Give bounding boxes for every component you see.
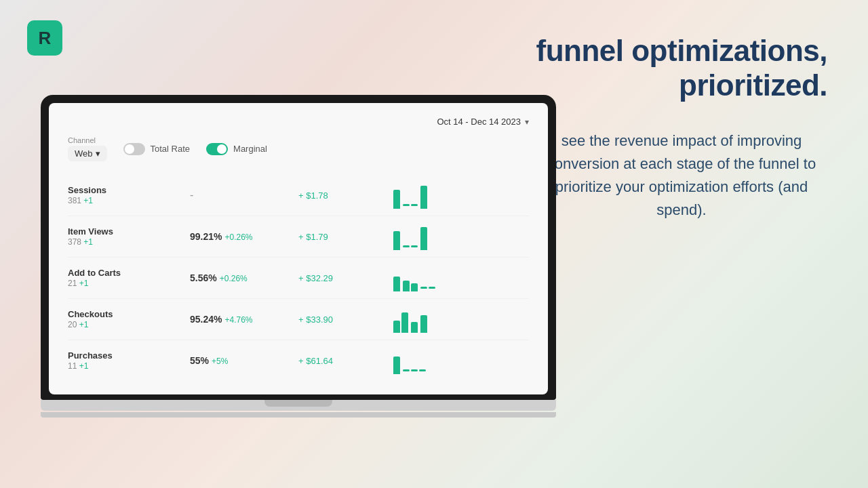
marginal-label: Marginal	[233, 144, 267, 154]
total-rate-toggle[interactable]	[123, 143, 145, 155]
bar	[403, 281, 410, 291]
row-count: 11 +1	[68, 361, 190, 371]
controls-row: Channel Web ▾ Total Rate	[68, 136, 529, 161]
bar	[403, 245, 410, 247]
row-count-delta: +1	[79, 361, 89, 371]
bar	[420, 287, 427, 289]
chevron-down-icon: ▾	[96, 148, 100, 159]
bar	[429, 287, 435, 289]
row-name: Checkouts	[68, 309, 190, 319]
row-name: Item Views	[68, 226, 190, 237]
bar-group	[420, 227, 427, 250]
table-row: Purchases 11 +1 55%+5% + $61.64	[68, 340, 529, 381]
tagline-main: funnel optimizations, prioritized.	[536, 34, 827, 102]
bar-group	[393, 357, 400, 374]
bar	[420, 315, 427, 333]
channel-dropdown[interactable]: Web ▾	[68, 146, 107, 161]
bar	[411, 245, 418, 247]
row-revenue: + $1.79	[298, 232, 387, 242]
row-rate: -	[190, 189, 298, 201]
rate-delta: +0.26%	[220, 274, 248, 283]
bar-group	[403, 245, 418, 250]
row-count: 20 +1	[68, 320, 190, 329]
tagline-sub: see the revenue impact of improving conv…	[536, 129, 827, 222]
bar	[393, 190, 400, 209]
row-rate: 5.56%+0.26%	[190, 272, 298, 283]
row-label: Checkouts 20 +1	[68, 309, 190, 329]
bar	[393, 321, 400, 333]
bar	[419, 369, 426, 371]
mini-chart	[387, 306, 529, 333]
table-row: Add to Carts 21 +1 5.56%+0.26% + $32.29	[68, 258, 529, 299]
row-name: Purchases	[68, 350, 190, 361]
bar	[420, 186, 427, 209]
row-name: Add to Carts	[68, 268, 190, 278]
laptop-mockup: Oct 14 - Dec 14 2023 ▾ Channel Web ▾	[41, 95, 556, 418]
total-rate-label: Total Rate	[151, 144, 191, 154]
bar-group	[393, 231, 400, 250]
date-range-text: Oct 14 - Dec 14 2023	[437, 117, 521, 127]
mini-chart	[387, 182, 529, 209]
table-row: Sessions 381 +1 - + $1.78	[68, 175, 529, 216]
bar	[401, 312, 408, 333]
bar-group	[393, 190, 400, 209]
row-label: Add to Carts 21 +1	[68, 268, 190, 288]
bar	[403, 369, 410, 371]
bar-group	[420, 287, 435, 291]
row-count-delta: +1	[83, 196, 93, 205]
table-row: Checkouts 20 +1 95.24%+4.76% + $33.90	[68, 299, 529, 340]
row-revenue: + $33.90	[298, 314, 387, 325]
bar	[393, 277, 400, 291]
bar-group	[403, 281, 418, 291]
channel-value: Web	[75, 148, 93, 159]
row-label: Item Views 378 +1	[68, 226, 190, 247]
bar	[411, 322, 418, 333]
laptop-foot	[41, 412, 556, 418]
laptop-screen-outer: Oct 14 - Dec 14 2023 ▾ Channel Web ▾	[41, 95, 556, 400]
dashboard: Oct 14 - Dec 14 2023 ▾ Channel Web ▾	[49, 103, 548, 394]
row-count: 21 +1	[68, 279, 190, 288]
row-revenue: + $61.64	[298, 356, 387, 366]
mini-chart	[387, 347, 529, 374]
row-rate: 55%+5%	[190, 355, 298, 366]
logo-letter: R	[39, 28, 52, 49]
rate-delta: +0.26%	[224, 232, 252, 242]
row-count-delta: +1	[79, 279, 89, 288]
row-label: Sessions 381 +1	[68, 185, 190, 205]
bar	[420, 227, 427, 250]
row-rate: 99.21%+0.26%	[190, 231, 298, 242]
marginal-toggle[interactable]	[206, 143, 228, 155]
row-revenue: + $32.29	[298, 273, 387, 283]
date-picker[interactable]: Oct 14 - Dec 14 2023 ▾	[437, 117, 529, 127]
bar-group	[420, 315, 427, 333]
channel-label: Channel	[68, 136, 107, 144]
dashboard-header: Oct 14 - Dec 14 2023 ▾	[68, 117, 529, 127]
bar	[411, 369, 418, 371]
tagline-section: funnel optimizations, prioritized. see t…	[536, 34, 827, 222]
bar	[411, 283, 418, 291]
mini-chart	[387, 223, 529, 250]
row-revenue: + $1.78	[298, 190, 387, 201]
chevron-down-icon: ▾	[525, 117, 529, 127]
bar	[403, 204, 410, 206]
laptop-base	[41, 400, 556, 411]
rate-delta: +5%	[212, 357, 228, 366]
rate-delta: +4.76%	[224, 315, 252, 325]
app-logo: R	[27, 20, 62, 56]
row-name: Sessions	[68, 185, 190, 195]
row-count: 378 +1	[68, 237, 190, 247]
bar	[393, 231, 400, 250]
row-count: 381 +1	[68, 196, 190, 205]
marginal-toggle-group: Marginal	[206, 143, 267, 155]
total-rate-toggle-group: Total Rate	[123, 143, 191, 155]
table-row: Item Views 378 +1 99.21%+0.26% + $1.79	[68, 216, 529, 258]
row-rate: 95.24%+4.76%	[190, 314, 298, 325]
row-label: Purchases 11 +1	[68, 350, 190, 371]
bar-group	[420, 186, 427, 209]
laptop-screen: Oct 14 - Dec 14 2023 ▾ Channel Web ▾	[49, 103, 548, 394]
row-count-delta: +1	[83, 237, 93, 247]
laptop-notch	[264, 400, 332, 407]
bar-group	[411, 322, 418, 333]
bar-group	[403, 369, 426, 374]
bar-group	[393, 277, 400, 291]
